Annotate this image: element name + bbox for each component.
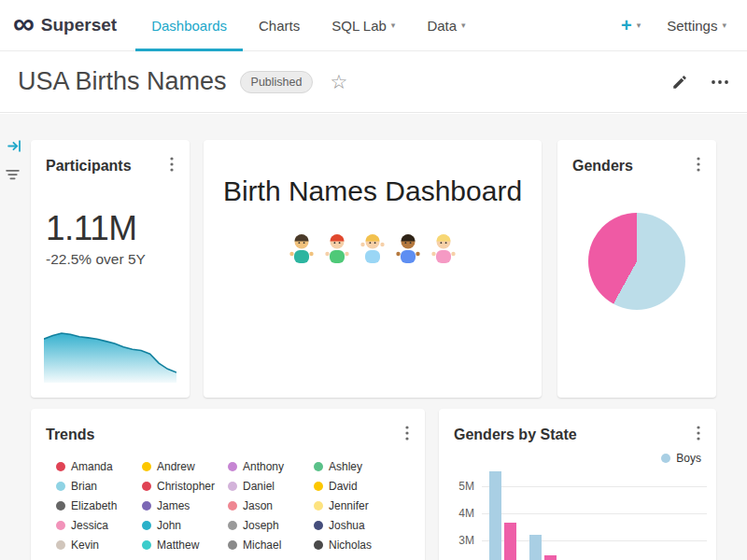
- chart-card-genders: Genders: [557, 140, 716, 398]
- kid-figure: [429, 231, 458, 269]
- edit-icon[interactable]: [671, 74, 688, 91]
- legend-label: Michael: [243, 539, 281, 552]
- legend-item-david[interactable]: David: [314, 480, 400, 493]
- legend-item-joshua[interactable]: Joshua: [314, 519, 400, 532]
- legend-item-brian[interactable]: Brian: [56, 480, 142, 493]
- legend-item-matthew[interactable]: Matthew: [142, 539, 228, 552]
- legend-item-ashley[interactable]: Ashley: [314, 460, 400, 473]
- chevron-down-icon: ▾: [461, 21, 466, 30]
- y-axis-tick-label: 4M: [450, 507, 474, 520]
- legend-label: Joseph: [243, 519, 279, 532]
- navbar-right: + ▾ Settings ▾: [621, 16, 734, 35]
- legend-dot: [228, 540, 237, 550]
- bar-boys: [529, 535, 542, 560]
- superset-logo[interactable]: ∞ Superset: [13, 10, 117, 40]
- legend-label: Jason: [243, 499, 273, 512]
- legend-dot: [314, 540, 323, 550]
- legend-item-james[interactable]: James: [142, 499, 228, 512]
- legend-item-jessica[interactable]: Jessica: [56, 519, 142, 532]
- page-title: USA Births Names: [18, 67, 227, 96]
- chart-title: Participants: [46, 158, 132, 175]
- main-nav: DashboardsChartsSQL Lab▾Data▾: [135, 0, 481, 51]
- chevron-down-icon: ▾: [391, 21, 396, 30]
- markdown-card: Birth Names Dashboard: [204, 140, 542, 398]
- legend-item-amanda[interactable]: Amanda: [56, 460, 142, 473]
- bar-chart-plot-area: [482, 469, 707, 560]
- legend-label: Nicholas: [329, 539, 372, 552]
- chart-card-participants: Participants 1.11M -22.5% over 5Y: [31, 140, 190, 398]
- filter-list-icon[interactable]: [5, 166, 21, 185]
- big-number-value: 1.11M: [46, 209, 190, 248]
- brand-name: Superset: [41, 15, 117, 35]
- new-menu-button[interactable]: + ▾: [621, 16, 641, 35]
- legend-item-jennifer[interactable]: Jennifer: [314, 499, 400, 512]
- ellipsis-icon[interactable]: [711, 79, 729, 85]
- bar-girls: [544, 555, 557, 560]
- big-number-subheader: -22.5% over 5Y: [46, 251, 190, 268]
- gridline: [482, 486, 707, 487]
- legend-dot: [314, 482, 323, 491]
- nav-item-dashboards[interactable]: Dashboards: [135, 0, 243, 51]
- legend-item-andrew[interactable]: Andrew: [142, 460, 228, 473]
- legend-item-christopher[interactable]: Christopher: [142, 480, 228, 493]
- chart-title: Genders: [572, 158, 633, 175]
- markdown-title: Birth Names Dashboard: [204, 175, 542, 207]
- legend-dot: [56, 521, 65, 530]
- kids-illustration: [204, 231, 542, 269]
- kebab-menu-icon[interactable]: [166, 155, 177, 177]
- navbar: ∞ Superset DashboardsChartsSQL Lab▾Data▾…: [0, 0, 747, 51]
- nav-item-data[interactable]: Data▾: [411, 0, 481, 51]
- legend-dot: [661, 454, 670, 463]
- legend-dot: [142, 482, 151, 491]
- legend-dot: [56, 501, 65, 511]
- legend-item-michael[interactable]: Michael: [228, 539, 314, 552]
- nav-item-charts[interactable]: Charts: [243, 0, 316, 51]
- kebab-menu-icon[interactable]: [693, 155, 704, 177]
- legend-item-jason[interactable]: Jason: [228, 499, 314, 512]
- arrow-to-right-icon: [7, 138, 22, 154]
- legend-item-elizabeth[interactable]: Elizabeth: [56, 499, 142, 512]
- kebab-menu-icon[interactable]: [693, 424, 704, 446]
- nav-item-label: Dashboards: [151, 18, 227, 34]
- kid-figure: [287, 231, 317, 269]
- legend-item-joseph[interactable]: Joseph: [228, 519, 314, 532]
- legend-label: Jessica: [71, 519, 108, 532]
- chart-card-trends: Trends AmandaAndrewAnthonyAshleyBrianChr…: [31, 409, 425, 560]
- legend-dot: [314, 462, 323, 471]
- expand-filter-bar-button[interactable]: [7, 138, 22, 157]
- legend-item-boys[interactable]: Boys: [661, 452, 701, 465]
- plus-icon: +: [621, 16, 632, 35]
- kid-figure: [322, 231, 352, 269]
- legend-dot: [56, 482, 65, 491]
- legend-item-kevin[interactable]: Kevin: [56, 539, 142, 552]
- trends-legend: AmandaAndrewAnthonyAshleyBrianChristophe…: [31, 460, 425, 560]
- dashboard-grid: Participants 1.11M -22.5% over 5Y Birth …: [0, 114, 747, 560]
- legend-item-john[interactable]: John: [142, 519, 228, 532]
- chevron-down-icon: ▾: [722, 21, 726, 30]
- settings-menu[interactable]: Settings ▾: [667, 18, 726, 34]
- kebab-menu-icon[interactable]: [402, 424, 413, 446]
- legend-dot: [56, 462, 65, 471]
- dashboard-header: USA Births Names Published ☆: [0, 51, 747, 113]
- bar-boys: [489, 471, 501, 560]
- legend-label: Kevin: [71, 539, 99, 552]
- bar-girls: [504, 523, 516, 560]
- legend-dot: [228, 521, 237, 530]
- legend-item-anthony[interactable]: Anthony: [228, 460, 314, 473]
- legend-label: James: [157, 499, 190, 512]
- genders-pie-chart: [588, 213, 685, 310]
- filter-lines-icon: [5, 166, 21, 182]
- chart-card-genders-by-state: Genders by State Boys 5M4M3M: [439, 409, 716, 560]
- legend-dot: [56, 540, 65, 550]
- legend-item-nicholas[interactable]: Nicholas: [314, 539, 400, 552]
- legend-item-daniel[interactable]: Daniel: [228, 480, 314, 493]
- published-badge[interactable]: Published: [240, 71, 314, 93]
- legend-dot: [314, 501, 323, 511]
- y-axis-tick-label: 3M: [450, 534, 474, 547]
- nav-item-sql-lab[interactable]: SQL Lab▾: [316, 0, 411, 51]
- legend-dot: [228, 462, 237, 471]
- chevron-down-icon: ▾: [637, 21, 641, 30]
- star-icon[interactable]: ☆: [330, 71, 347, 93]
- legend-label: Jennifer: [329, 499, 369, 512]
- y-axis-tick-label: 5M: [450, 480, 474, 493]
